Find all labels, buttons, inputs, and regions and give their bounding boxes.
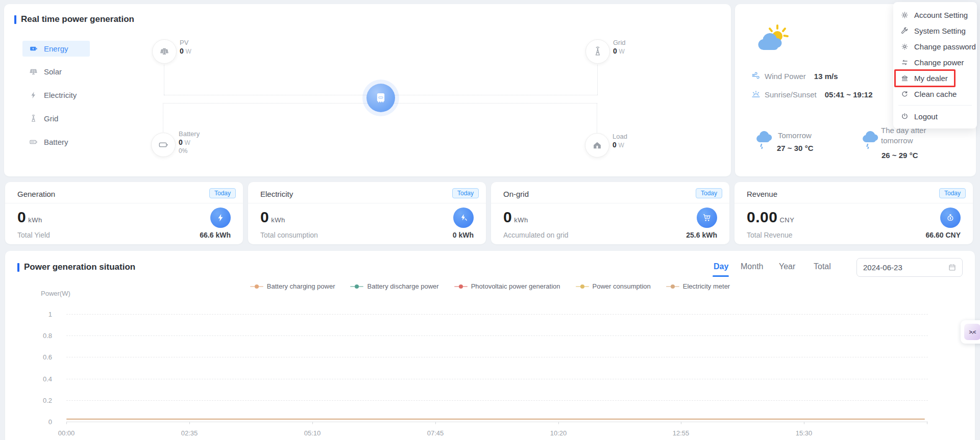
house-icon	[592, 140, 603, 151]
stat-footer-value: 0 kWh	[453, 231, 474, 239]
sidebar-item-grid[interactable]: Grid	[22, 111, 90, 126]
chart-legend: Battery charging power Battery discharge…	[5, 282, 975, 290]
sidebar-item-label: Energy	[44, 44, 68, 53]
sidebar-item-label: Battery	[44, 138, 68, 146]
stat-footer-value: 25.6 kWh	[686, 231, 717, 239]
menu-item-clean-cache[interactable]: Clean cache	[893, 86, 977, 102]
x-tick-label: 12:55	[666, 429, 696, 437]
stat-footer-label: Accumulated on grid	[503, 231, 569, 239]
x-axis-line	[66, 422, 928, 422]
sidebar-item-energy[interactable]: Energy	[22, 41, 90, 57]
x-tick-label: 05:10	[297, 429, 328, 437]
menu-item-change-password[interactable]: Change password	[893, 39, 977, 55]
feedback-widget-button[interactable]: >.<	[961, 320, 980, 344]
transmission-tower-icon	[29, 114, 38, 123]
lightning-icon	[29, 91, 38, 99]
sidebar-item-electricity[interactable]: Electricity	[22, 87, 90, 103]
battery-node-label: Battery 0 W 0%	[179, 130, 200, 155]
sunrise-sunset-row: Sunrise/Sunset 05:41 ~ 19:12	[751, 90, 873, 99]
sidebar-item-label: Grid	[44, 114, 58, 123]
gridline	[66, 335, 928, 336]
money-bag-icon	[940, 208, 961, 228]
legend-marker	[350, 284, 363, 289]
battery-icon	[29, 138, 38, 146]
menu-item-system-setting[interactable]: System Setting	[893, 23, 977, 39]
legend-electricity-meter[interactable]: Electricity meter	[666, 282, 730, 290]
legend-marker	[250, 284, 263, 289]
rain-cloud-icon	[861, 129, 881, 149]
flow-line-load	[597, 103, 597, 133]
sun-cloud-icon	[755, 23, 791, 55]
menu-item-logout[interactable]: Logout	[893, 109, 977, 124]
load-node	[585, 133, 609, 158]
menu-item-label: My dealer	[914, 74, 948, 83]
load-node-label: Load 0 W	[612, 133, 627, 149]
tab-year[interactable]: Year	[779, 262, 795, 271]
wrench-icon	[901, 27, 909, 35]
consumption-plug-icon	[453, 208, 474, 228]
date-picker[interactable]: 2024-06-23	[856, 258, 963, 277]
battery-icon	[158, 139, 169, 150]
gridline	[66, 400, 928, 401]
stat-title: Generation	[17, 190, 55, 198]
realtime-title-text: Real time power generation	[21, 14, 134, 24]
stat-card-generation: Generation Today 0kWh Total Yield 66.6 k…	[5, 182, 243, 244]
tab-day[interactable]: Day	[714, 262, 728, 271]
y-tick: 0.4	[30, 375, 52, 383]
pv-node	[152, 39, 177, 64]
stat-footer-label: Total Yield	[17, 231, 50, 239]
title-accent-bar	[17, 263, 19, 272]
cart-icon	[697, 208, 717, 228]
legend-label: Photovoltaic power generation	[471, 282, 560, 290]
calendar-icon	[948, 264, 956, 271]
x-tick-mark	[66, 422, 67, 424]
menu-item-my-dealer[interactable]: My dealer	[893, 70, 977, 86]
x-tick-mark	[189, 422, 190, 424]
menu-item-label: Logout	[914, 112, 938, 121]
tab-month[interactable]: Month	[741, 262, 763, 271]
x-tick-mark	[681, 422, 681, 424]
divider	[5, 203, 243, 203]
flow-line-battery	[163, 103, 163, 132]
legend-battery-charging[interactable]: Battery charging power	[250, 282, 335, 290]
gear-icon	[901, 11, 909, 19]
divider	[248, 203, 486, 203]
swap-arrows-icon	[901, 59, 909, 66]
rain-cloud-icon	[754, 129, 775, 149]
menu-item-account-setting[interactable]: Account Setting	[893, 7, 977, 23]
refresh-icon	[901, 90, 909, 98]
tab-total[interactable]: Total	[814, 262, 831, 271]
legend-power-consumption[interactable]: Power consumption	[576, 282, 651, 290]
y-tick: 0.2	[30, 397, 52, 404]
stat-card-ongrid: On-grid Today 0kWh Accumulated on grid 2…	[491, 182, 729, 244]
day-after-label: The day after tomorrow	[881, 125, 947, 146]
legend-marker	[576, 284, 589, 289]
legend-marker	[454, 284, 468, 289]
inverter-icon	[374, 91, 387, 105]
legend-photovoltaic[interactable]: Photovoltaic power generation	[454, 282, 560, 290]
menu-divider	[898, 105, 972, 106]
y-tick: 0	[30, 418, 52, 426]
title-accent-bar	[14, 15, 16, 24]
legend-battery-discharge[interactable]: Battery discharge power	[350, 282, 438, 290]
sidebar-item-label: Electricity	[44, 91, 77, 99]
wind-power-row: Wind Power 13 m/s	[751, 71, 838, 81]
day-after-temp-range: 26 ~ 29 °C	[881, 151, 918, 160]
flow-line-pv	[164, 65, 164, 95]
pv-panel-icon	[159, 46, 170, 57]
legend-label: Power consumption	[593, 282, 651, 290]
stat-footer-label: Total Revenue	[747, 231, 793, 239]
stat-title: On-grid	[503, 190, 529, 198]
battery-node	[151, 133, 176, 157]
x-tick-label: 00:00	[51, 429, 82, 437]
transmission-tower-icon	[592, 46, 603, 57]
menu-item-change-power[interactable]: Change power	[893, 55, 977, 70]
stat-card-revenue: Revenue Today 0.00CNY Total Revenue 66.6…	[734, 182, 973, 244]
gear-lock-icon	[901, 43, 909, 50]
menu-item-label: Change password	[914, 42, 976, 51]
sunrise-icon	[751, 90, 761, 99]
x-tick-mark	[312, 422, 313, 424]
sidebar-item-solar[interactable]: Solar	[22, 64, 90, 80]
solar-panel-icon	[29, 67, 38, 76]
sidebar-item-battery[interactable]: Battery	[22, 134, 90, 150]
